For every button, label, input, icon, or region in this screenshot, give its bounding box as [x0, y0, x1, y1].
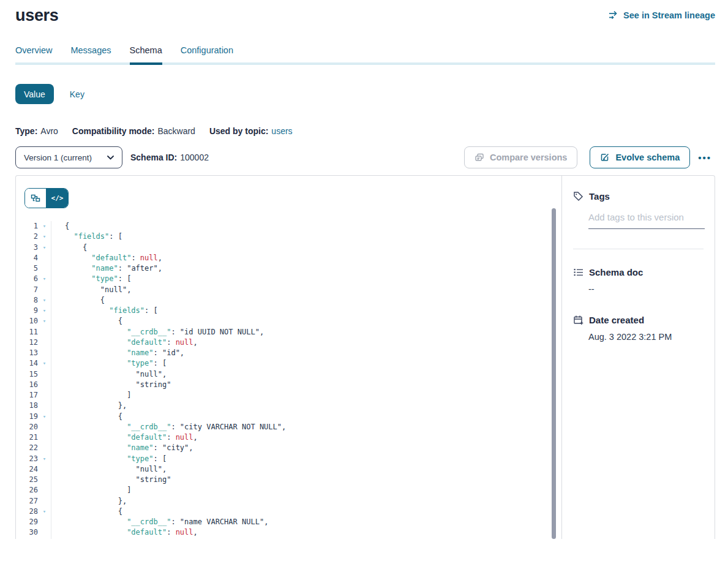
- fold-spacer: [38, 348, 51, 358]
- schema-id-label: Schema ID:: [130, 152, 177, 162]
- schema-doc-header: Schema doc: [573, 267, 704, 277]
- add-tags-input[interactable]: [588, 211, 705, 229]
- key-toggle-button[interactable]: Key: [70, 89, 84, 99]
- code-view-button[interactable]: </>: [47, 189, 68, 208]
- code-line-content: {: [51, 506, 561, 517]
- line-number: 14: [16, 358, 38, 369]
- code-view-icon: </>: [51, 194, 64, 202]
- code-line-content: "null",: [51, 464, 561, 475]
- fold-spacer: [38, 485, 51, 495]
- code-line-content: "default": null,: [51, 432, 561, 443]
- topic-link[interactable]: users: [271, 126, 292, 136]
- compare-versions-button[interactable]: Compare versions: [464, 146, 578, 168]
- see-in-stream-lineage-label: See in Stream lineage: [623, 10, 715, 20]
- vertical-scrollbar[interactable]: [552, 208, 556, 539]
- fold-toggle-icon[interactable]: ▾: [38, 412, 51, 422]
- fold-toggle-icon[interactable]: ▾: [38, 243, 51, 253]
- code-line: 5"name": "after",: [16, 263, 561, 274]
- tags-section-header: Tags: [573, 191, 704, 201]
- fold-toggle-icon[interactable]: ▾: [38, 358, 51, 369]
- code-line: 28▾{: [16, 506, 561, 517]
- line-number: 18: [16, 401, 38, 411]
- tags-title: Tags: [589, 191, 610, 201]
- fold-toggle-icon[interactable]: ▾: [38, 274, 51, 284]
- chevron-down-icon: [107, 156, 114, 160]
- line-number: 7: [16, 285, 38, 295]
- code-line: 30"default": null,: [16, 527, 561, 538]
- code-line: 16"string": [16, 380, 561, 390]
- code-line-content: {: [51, 316, 561, 326]
- fold-spacer: [38, 443, 51, 453]
- line-number: 8: [16, 295, 38, 306]
- schema-doc-section: Schema doc --: [573, 267, 704, 294]
- code-line: 29"__crdb__": "name VARCHAR NULL",: [16, 517, 561, 527]
- code-line: 17]: [16, 390, 561, 401]
- code-line-content: "name": "city",: [51, 443, 561, 453]
- compare-versions-label: Compare versions: [490, 152, 568, 162]
- fold-spacer: [38, 527, 51, 538]
- code-line: 14▾"type": [: [16, 358, 561, 369]
- fold-spacer: [38, 517, 51, 527]
- code-line-content: },: [51, 401, 561, 411]
- fold-toggle-icon[interactable]: ▾: [38, 306, 51, 316]
- version-select[interactable]: Version 1 (current): [15, 146, 122, 168]
- fold-spacer: [38, 380, 51, 390]
- see-in-stream-lineage-link[interactable]: See in Stream lineage: [609, 10, 715, 20]
- code-line: 26]: [16, 485, 561, 495]
- code-line-content: "__crdb__": "city VARCHAR NOT NULL",: [51, 422, 561, 432]
- fold-toggle-icon[interactable]: ▾: [38, 221, 51, 232]
- code-line: 2▾"fields": [: [16, 232, 561, 242]
- compatibility-label: Compatibility mode:: [72, 126, 155, 136]
- more-actions-button[interactable]: •••: [694, 152, 715, 163]
- tab-overview[interactable]: Overview: [15, 45, 52, 62]
- compatibility-value: Backward: [157, 126, 195, 136]
- details-sidebar: Tags Schema doc --: [561, 176, 715, 539]
- schema-editor[interactable]: </> 1▾{2▾"fields": [3▾{4"default": null,…: [16, 176, 561, 539]
- code-line-content: "string": [51, 475, 561, 485]
- fold-spacer: [38, 401, 51, 411]
- code-line: 20"__crdb__": "city VARCHAR NOT NULL",: [16, 422, 561, 432]
- fold-spacer: [38, 337, 51, 348]
- line-number: 20: [16, 422, 38, 432]
- fold-spacer: [38, 253, 51, 263]
- fold-toggle-icon[interactable]: ▾: [38, 454, 51, 464]
- fold-toggle-icon[interactable]: ▾: [38, 232, 51, 242]
- date-created-value: Aug. 3 2022 3:21 PM: [588, 332, 704, 342]
- code-line: 15"null",: [16, 369, 561, 380]
- code-line: 12"default": null,: [16, 337, 561, 348]
- fold-spacer: [38, 369, 51, 380]
- fold-spacer: [38, 422, 51, 432]
- line-number: 30: [16, 527, 38, 538]
- fold-spacer: [38, 390, 51, 401]
- used-by-topic: Used by topic:users: [209, 126, 293, 136]
- code-line: 25"string": [16, 475, 561, 485]
- schema-id-value: 100002: [180, 152, 209, 162]
- code-line-content: {: [51, 412, 561, 422]
- tab-configuration[interactable]: Configuration: [181, 45, 233, 62]
- fold-toggle-icon[interactable]: ▾: [38, 316, 51, 326]
- code-line-content: "null",: [51, 285, 561, 295]
- tree-view-icon: [31, 194, 40, 203]
- tag-icon: [573, 191, 584, 201]
- schema-id: Schema ID:100002: [130, 152, 209, 162]
- line-number: 3: [16, 243, 38, 253]
- fold-toggle-icon[interactable]: ▾: [38, 295, 51, 306]
- tree-view-button[interactable]: [25, 189, 47, 208]
- code-line: 8▾{: [16, 295, 561, 306]
- line-number: 29: [16, 517, 38, 527]
- code-line: 3▾{: [16, 243, 561, 253]
- fold-spacer: [38, 285, 51, 295]
- evolve-schema-label: Evolve schema: [615, 152, 680, 162]
- code-line-content: "name": "name",: [51, 538, 561, 540]
- line-number: 31: [16, 538, 38, 540]
- line-number: 1: [16, 221, 38, 232]
- code-line: 13"name": "id",: [16, 348, 561, 358]
- value-toggle-button[interactable]: Value: [15, 84, 54, 104]
- line-number: 2: [16, 232, 38, 242]
- tab-schema[interactable]: Schema: [130, 45, 162, 62]
- tab-messages[interactable]: Messages: [70, 45, 111, 62]
- evolve-schema-button[interactable]: Evolve schema: [590, 146, 690, 168]
- line-number: 19: [16, 412, 38, 422]
- fold-toggle-icon[interactable]: ▾: [38, 506, 51, 517]
- line-number: 11: [16, 327, 38, 337]
